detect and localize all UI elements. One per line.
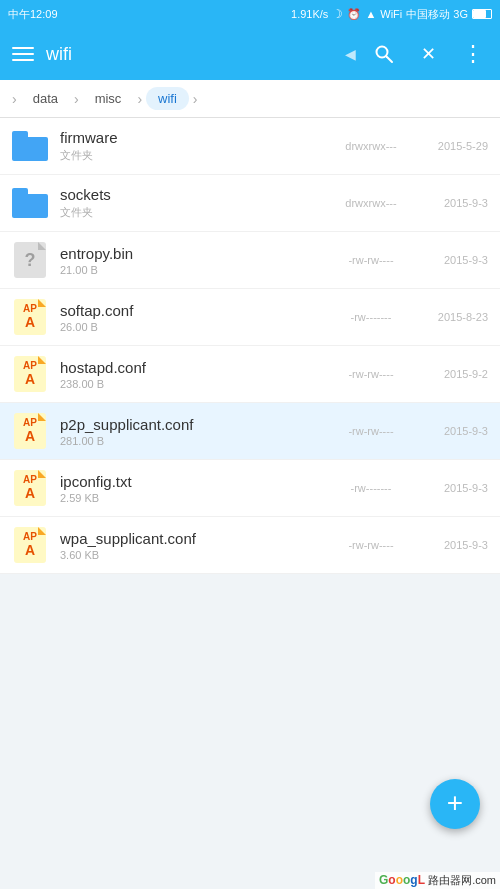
alarm-icon: ⏰	[347, 8, 361, 21]
breadcrumb-arrow-2: ›	[70, 91, 83, 107]
close-button[interactable]: ✕	[412, 38, 444, 70]
breadcrumb-arrow-3: ›	[133, 91, 146, 107]
status-bar: 中午12:09 1.91K/s ☽ ⏰ ▲ WiFi 中国移动 3G	[0, 0, 500, 28]
moon-icon: ☽	[332, 7, 343, 21]
wifi-icon: WiFi	[380, 8, 402, 20]
file-name: entropy.bin	[60, 245, 326, 262]
conf-file-icon: AP A	[12, 527, 48, 563]
file-meta: 238.00 B	[60, 378, 326, 390]
unknown-file-icon: ?	[12, 242, 48, 278]
file-meta: 文件夹	[60, 148, 326, 163]
file-info: wpa_supplicant.conf 3.60 KB	[60, 530, 326, 561]
file-meta: 2.59 KB	[60, 492, 326, 504]
folder-icon	[12, 128, 48, 164]
folder-icon	[12, 185, 48, 221]
file-info: ipconfig.txt 2.59 KB	[60, 473, 326, 504]
file-meta: 281.00 B	[60, 435, 326, 447]
breadcrumb-bar: › data › misc › wifi ›	[0, 80, 500, 118]
file-permissions: -rw-------	[326, 482, 416, 494]
file-meta: 3.60 KB	[60, 549, 326, 561]
file-date: 2015-5-29	[416, 140, 488, 152]
conf-file-icon: AP A	[12, 470, 48, 506]
file-info: hostapd.conf 238.00 B	[60, 359, 326, 390]
list-item[interactable]: AP A hostapd.conf 238.00 B -rw-rw---- 20…	[0, 346, 500, 403]
conf-file-icon: AP A	[12, 413, 48, 449]
status-left: 中午12:09	[8, 7, 58, 22]
battery-icon	[472, 9, 492, 19]
menu-button[interactable]	[12, 47, 34, 61]
status-right: 1.91K/s ☽ ⏰ ▲ WiFi 中国移动 3G	[291, 7, 492, 22]
watermark: GooogL 路由器网.com	[375, 872, 500, 889]
list-item[interactable]: AP A ipconfig.txt 2.59 KB -rw------- 201…	[0, 460, 500, 517]
list-item[interactable]: AP A p2p_supplicant.conf 281.00 B -rw-rw…	[0, 403, 500, 460]
fab-add-button[interactable]: +	[430, 779, 480, 829]
search-button[interactable]	[368, 38, 400, 70]
breadcrumb-arrow: ›	[8, 91, 21, 107]
file-info: sockets 文件夹	[60, 186, 326, 220]
breadcrumb-misc[interactable]: misc	[83, 87, 134, 110]
file-meta: 26.00 B	[60, 321, 326, 333]
status-time: 中午12:09	[8, 7, 58, 22]
signal-triangle-icon: ◀	[345, 46, 356, 62]
conf-file-icon: AP A	[12, 356, 48, 392]
file-permissions: drwxrwx---	[326, 197, 416, 209]
carrier: 中国移动 3G	[406, 7, 468, 22]
file-date: 2015-9-3	[416, 482, 488, 494]
list-item[interactable]: sockets 文件夹 drwxrwx--- 2015-9-3	[0, 175, 500, 232]
list-item[interactable]: ? entropy.bin 21.00 B -rw-rw---- 2015-9-…	[0, 232, 500, 289]
file-date: 2015-9-3	[416, 254, 488, 266]
file-name: softap.conf	[60, 302, 326, 319]
file-date: 2015-8-23	[416, 311, 488, 323]
more-button[interactable]: ⋮	[456, 38, 488, 70]
file-name: p2p_supplicant.conf	[60, 416, 326, 433]
file-date: 2015-9-3	[416, 197, 488, 209]
file-name: hostapd.conf	[60, 359, 326, 376]
file-date: 2015-9-2	[416, 368, 488, 380]
file-meta: 文件夹	[60, 205, 326, 220]
file-permissions: -rw-rw----	[326, 425, 416, 437]
conf-file-icon: AP A	[12, 299, 48, 335]
list-item[interactable]: AP A softap.conf 26.00 B -rw------- 2015…	[0, 289, 500, 346]
file-name: firmware	[60, 129, 326, 146]
status-network: 1.91K/s	[291, 8, 328, 20]
file-info: softap.conf 26.00 B	[60, 302, 326, 333]
file-info: firmware 文件夹	[60, 129, 326, 163]
file-permissions: -rw-rw----	[326, 254, 416, 266]
file-list: firmware 文件夹 drwxrwx--- 2015-5-29 socket…	[0, 118, 500, 841]
list-item[interactable]: firmware 文件夹 drwxrwx--- 2015-5-29	[0, 118, 500, 175]
breadcrumb-data[interactable]: data	[21, 87, 70, 110]
file-info: entropy.bin 21.00 B	[60, 245, 326, 276]
breadcrumb-wifi[interactable]: wifi	[146, 87, 189, 110]
fab-plus-icon: +	[447, 789, 463, 817]
file-name: ipconfig.txt	[60, 473, 326, 490]
file-meta: 21.00 B	[60, 264, 326, 276]
list-item[interactable]: AP A wpa_supplicant.conf 3.60 KB -rw-rw-…	[0, 517, 500, 574]
signal-icon: ▲	[365, 8, 376, 20]
file-date: 2015-9-3	[416, 539, 488, 551]
file-date: 2015-9-3	[416, 425, 488, 437]
file-info: p2p_supplicant.conf 281.00 B	[60, 416, 326, 447]
breadcrumb-arrow-4: ›	[189, 91, 202, 107]
svg-line-1	[387, 57, 393, 63]
file-name: wpa_supplicant.conf	[60, 530, 326, 547]
app-bar: wifi ◀ ✕ ⋮	[0, 28, 500, 80]
app-title: wifi	[46, 44, 333, 65]
file-permissions: -rw-------	[326, 311, 416, 323]
file-permissions: -rw-rw----	[326, 539, 416, 551]
file-permissions: drwxrwx---	[326, 140, 416, 152]
file-name: sockets	[60, 186, 326, 203]
file-permissions: -rw-rw----	[326, 368, 416, 380]
